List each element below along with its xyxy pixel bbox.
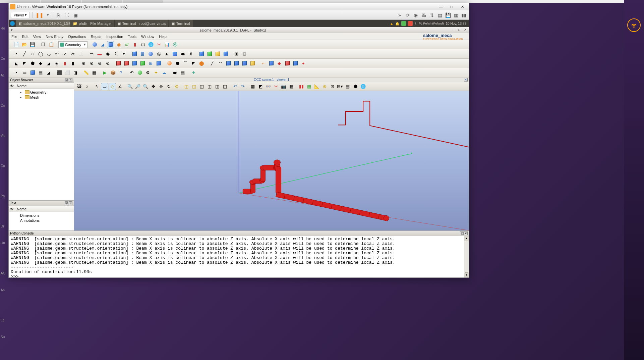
module-scissors-icon[interactable]: ✂ <box>155 41 163 48</box>
task-filemgr[interactable]: 📁 phdir - File Manager <box>70 20 114 27</box>
scroll-up-icon[interactable]: ▲ <box>464 236 469 241</box>
module-paravis-icon[interactable]: ◉ <box>115 41 122 48</box>
sewing-icon[interactable]: ● <box>300 60 307 67</box>
anticlockwise-icon[interactable]: ↶ <box>231 83 239 90</box>
erase-icon[interactable]: ⬜ <box>64 69 71 76</box>
curve-icon[interactable]: 〰 <box>53 50 60 58</box>
face2-icon[interactable]: ⬟ <box>29 60 36 67</box>
auto-icon[interactable]: ⚙ <box>144 69 152 76</box>
object-browser-tree[interactable]: ▸Geometry ▸Mesh <box>9 89 74 200</box>
memorize-icon[interactable]: 📷 <box>280 83 287 90</box>
group-edit-icon[interactable]: ⊡ <box>241 50 248 58</box>
pause-icon[interactable]: ❚❚ <box>36 12 44 18</box>
zoom-icon[interactable]: 🔍 <box>142 83 149 90</box>
poly-select-icon[interactable]: ◇ <box>109 83 116 90</box>
app-maximize-button[interactable]: □ <box>457 28 462 33</box>
import-icon[interactable]: • <box>13 69 20 76</box>
show-icon[interactable]: 📏 <box>82 69 90 76</box>
trihedron-icon[interactable]: ▮▮ <box>298 83 305 90</box>
panel-float-icon[interactable]: ◱ <box>65 201 68 205</box>
graduated-icon[interactable]: ⊛ <box>321 83 328 90</box>
printer-icon[interactable]: 🖶 <box>421 12 427 18</box>
plane-icon[interactable]: ▱ <box>69 50 76 58</box>
bottom-icon[interactable]: ◫ <box>206 83 213 90</box>
persp-icon[interactable]: ◩ <box>257 83 264 90</box>
clockwise-icon[interactable]: ↷ <box>239 83 246 90</box>
measure-icon[interactable]: ╱ <box>209 60 216 67</box>
box-icon[interactable] <box>131 50 138 58</box>
hd-icon[interactable]: ▤ <box>437 12 443 18</box>
locale-indicator[interactable]: PL Polish (Poland) <box>419 22 444 25</box>
panel-close-icon[interactable]: ✕ <box>464 232 468 235</box>
new-icon[interactable]: 📄 <box>13 41 20 48</box>
script-icon[interactable]: 📦 <box>109 69 117 76</box>
vmware-titlebar[interactable]: Ubuntu - VMware Workstation 16 Player (N… <box>9 3 469 10</box>
ortho-icon[interactable]: ▩ <box>249 83 256 90</box>
minimize-button[interactable]: — <box>435 5 446 9</box>
start-icon[interactable] <box>10 21 15 26</box>
clipping-icon[interactable]: ✂ <box>272 83 280 90</box>
copy-icon[interactable]: ❐ <box>40 41 47 48</box>
tray-bell-icon[interactable]: 🔔 <box>395 22 399 25</box>
task-terminal-2[interactable]: ▣ Terminal <box>169 20 193 27</box>
bbox-icon[interactable] <box>225 60 232 67</box>
pipe2-icon[interactable] <box>222 50 229 58</box>
usb-icon[interactable]: ⇅ <box>429 12 435 18</box>
plane-icon-2[interactable]: ✈ <box>190 69 197 76</box>
open-icon[interactable]: 📂 <box>21 41 28 48</box>
sphere-icon[interactable] <box>147 50 154 58</box>
stereo-icon[interactable]: 👓 <box>265 83 272 90</box>
revolve-icon[interactable] <box>206 50 213 58</box>
menu-edit[interactable]: Edit <box>22 35 28 39</box>
import2-icon[interactable]: ▤ <box>37 69 44 76</box>
rect-icon[interactable]: ▭ <box>88 50 95 58</box>
menu-repair[interactable]: Repair <box>91 35 102 39</box>
arc-icon[interactable]: ◡ <box>45 50 52 58</box>
tray-app-icon[interactable] <box>401 21 406 26</box>
app-close-button[interactable]: ✕ <box>463 28 468 33</box>
panel-float-icon[interactable]: ◱ <box>460 232 464 235</box>
module-geom-icon[interactable]: ◢ <box>99 41 106 48</box>
vector-icon[interactable]: ↗ <box>61 50 68 58</box>
maximize-button[interactable]: □ <box>446 5 457 9</box>
eye-icon[interactable]: 👁 <box>10 84 17 88</box>
panel-float-icon[interactable]: ◱ <box>65 78 68 82</box>
env-icon[interactable]: 🌐 <box>359 83 367 90</box>
panel-close-icon[interactable]: ✕ <box>69 201 72 205</box>
offset-icon[interactable]: ⊞ <box>147 60 154 67</box>
sync-icon[interactable]: ▤ <box>344 83 351 90</box>
module-yacs-icon[interactable]: /// <box>123 41 130 48</box>
build-icon[interactable]: ▮ <box>61 60 68 67</box>
compound-icon[interactable]: ◈ <box>53 60 60 67</box>
fit-all-icon[interactable]: 🔍 <box>126 83 134 90</box>
menu-operations[interactable]: Operations <box>68 35 86 39</box>
restore-icon[interactable]: ▦ <box>288 83 295 90</box>
module-globe-icon[interactable]: 🌐 <box>147 41 155 48</box>
scroll-down-icon[interactable]: ▼ <box>464 273 469 277</box>
task-terminal-1[interactable]: ▣ Terminal - root@cae-virtual-... <box>115 20 168 27</box>
inertia-icon[interactable] <box>233 60 240 67</box>
redo-icon[interactable] <box>136 69 143 76</box>
display-icon[interactable]: ⬛ <box>56 69 63 76</box>
pan-icon[interactable]: ✥ <box>150 83 157 90</box>
shell-icon[interactable]: ◆ <box>37 60 44 67</box>
viewer-close-icon[interactable]: ✕ <box>464 78 468 82</box>
angle-icon[interactable]: ◠ <box>217 60 224 67</box>
unity-icon[interactable]: ▣ <box>72 12 78 18</box>
task-salome[interactable]: ◧ salome_meca 2019.0.1_LGPL... <box>16 20 70 27</box>
wireframe-icon[interactable]: ◢ <box>45 69 52 76</box>
menu-inspection[interactable]: Inspection <box>106 35 123 39</box>
close-contour-icon[interactable]: ◆ <box>276 60 283 67</box>
lcs-icon[interactable]: ⊥ <box>77 50 84 58</box>
explode-icon[interactable]: ✦ <box>120 50 127 58</box>
fuse-icon[interactable]: ⊕ <box>80 60 87 67</box>
cut-icon[interactable]: ⊖ <box>96 60 103 67</box>
display-only-icon[interactable]: ◨ <box>72 69 79 76</box>
select-icon[interactable]: ↖ <box>93 83 101 90</box>
text-panel-tree[interactable]: Dimensions Annotations <box>9 212 74 230</box>
tree-node-geometry[interactable]: ▸Geometry <box>9 90 74 95</box>
prism-icon[interactable] <box>171 50 178 58</box>
cylinder-icon[interactable] <box>139 50 146 58</box>
network-icon[interactable]: ▦ <box>453 12 459 18</box>
top-icon[interactable]: ◫ <box>198 83 206 90</box>
